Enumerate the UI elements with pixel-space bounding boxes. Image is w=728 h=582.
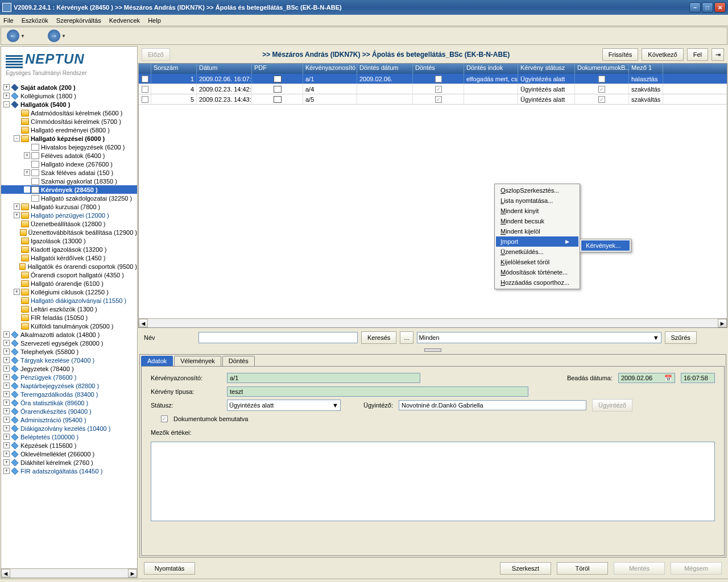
grid-col-header[interactable]: Kérvényazonosító: [303, 64, 357, 74]
tree-node[interactable]: -Hallgató képzései (6000 ): [1, 134, 137, 143]
table-row[interactable]: 42009.02.23. 14:42:31a/4Ügyintézés alatt…: [139, 84, 727, 94]
tree-node[interactable]: +Képzések (115600 ): [1, 441, 137, 450]
tree-node[interactable]: +Tárgyak kezelése (70400 ): [1, 356, 137, 364]
tree-expander[interactable]: +: [3, 357, 10, 363]
tree-node[interactable]: Üzenetbeállítások (12800 ): [1, 219, 137, 228]
grid-col-header[interactable]: [139, 64, 151, 74]
tree-node[interactable]: +Óra statisztikák (89600 ): [1, 398, 137, 407]
scroll-right-icon[interactable]: ►: [128, 569, 137, 577]
up-button[interactable]: Fel: [687, 48, 708, 61]
chk-dokumentumok[interactable]: [161, 415, 168, 422]
tree-node[interactable]: +Pénzügyek (78600 ): [1, 373, 137, 381]
pdf-icon[interactable]: [274, 96, 282, 103]
tree-expander[interactable]: +: [24, 152, 30, 159]
pdf-icon[interactable]: [274, 76, 282, 82]
tree-node[interactable]: +Jegyzetek (78400 ): [1, 364, 137, 373]
tree-expander[interactable]: +: [3, 451, 10, 457]
tree-expander[interactable]: +: [3, 400, 10, 406]
ctx-item[interactable]: Módosítások története...: [496, 267, 578, 277]
tree-node[interactable]: -Hallgatók (5400 ): [1, 100, 137, 109]
tree-expander[interactable]: +: [3, 84, 10, 90]
ctx-item[interactable]: Kijelöléseket töröl: [496, 257, 578, 267]
tree-node[interactable]: Címmódosítási kérelmek (5700 ): [1, 117, 137, 126]
nav-forward-icon[interactable]: →: [48, 30, 60, 42]
tree-node[interactable]: +Szervezeti egységek (28000 ): [1, 339, 137, 347]
tree-expander[interactable]: +: [3, 459, 10, 465]
filter-name-input[interactable]: [198, 332, 358, 343]
tree-node[interactable]: +Órarendkészítés (90400 ): [1, 407, 137, 415]
tree-expander[interactable]: +: [3, 340, 10, 346]
tree-node[interactable]: Hallgató indexe (267600 ): [1, 160, 137, 168]
tree-node[interactable]: +Kollégiumok (1800 ): [1, 92, 137, 100]
ctx-item[interactable]: Lista nyomtatása...: [496, 196, 578, 206]
tree-node[interactable]: Hallgatói kérdőívek (1450 ): [1, 253, 137, 262]
nav-back-icon[interactable]: ←: [7, 30, 19, 42]
tree-node[interactable]: Hivatalos bejegyzések (6200 ): [1, 143, 137, 151]
search-more-button[interactable]: ...: [400, 331, 413, 344]
tree-expander[interactable]: +: [24, 169, 30, 176]
tree-node[interactable]: Órarendi csoport hallgatói (4350 ): [1, 271, 137, 279]
tree-expander[interactable]: -: [14, 135, 20, 142]
nav-back-drop[interactable]: ▼: [20, 34, 25, 39]
sidebar-hscroll[interactable]: ◄ ►: [1, 568, 137, 577]
row-checkbox[interactable]: [142, 86, 148, 93]
tree-node[interactable]: +Naptárbejegyzések (82800 ): [1, 381, 137, 390]
save-button[interactable]: Mentés: [614, 562, 665, 575]
tree-node[interactable]: Hallgató eredményei (5800 ): [1, 126, 137, 134]
tree-expander[interactable]: +: [14, 289, 20, 295]
pdf-icon[interactable]: [274, 86, 282, 93]
grid-col-header[interactable]: Kérvény státusz: [518, 64, 575, 74]
close-button[interactable]: ✕: [714, 2, 726, 13]
grid-col-header[interactable]: Döntés dátum: [357, 64, 413, 74]
maximize-button[interactable]: □: [702, 2, 713, 13]
menu-file[interactable]: File: [3, 17, 14, 24]
menu-help[interactable]: Help: [148, 17, 161, 24]
print-button[interactable]: Nyomtatás: [144, 562, 195, 575]
scroll-left-icon[interactable]: ◄: [1, 569, 10, 577]
filter-button[interactable]: Szűrés: [665, 331, 697, 344]
row-checkbox[interactable]: [142, 76, 148, 82]
tree-expander[interactable]: +: [3, 434, 10, 440]
table-row[interactable]: 52009.02.23. 14:43:57a/5Ügyintézés alatt…: [139, 94, 727, 105]
tree-expander[interactable]: +: [14, 203, 20, 210]
ctx-item[interactable]: OszlopSzerkesztés...: [496, 185, 578, 196]
tree-node[interactable]: Igazolások (13000 ): [1, 236, 137, 245]
tree-node[interactable]: Hallgató szakdolgozatai (32250 ): [1, 194, 137, 202]
ctx-item[interactable]: Mindent kinyit: [496, 206, 578, 216]
tree-expander[interactable]: +: [3, 425, 10, 431]
splitter[interactable]: [138, 347, 727, 353]
grid-col-header[interactable]: PDF: [252, 64, 303, 74]
ctx-item[interactable]: Üzenetküldés...: [496, 247, 578, 257]
grid-col-header[interactable]: Döntés indok: [464, 64, 518, 74]
next-button[interactable]: Következő: [642, 48, 683, 61]
ctx-item[interactable]: Mindent kijelöl: [496, 226, 578, 236]
grid-col-header[interactable]: Döntés: [413, 64, 464, 74]
ctx-item[interactable]: Mindent becsuk: [496, 216, 578, 226]
nav-fwd-drop[interactable]: ▼: [61, 34, 66, 39]
tree-expander[interactable]: +: [3, 442, 10, 448]
ctx-item[interactable]: Hozzáadás csoporthoz...: [496, 277, 578, 288]
calendar-icon[interactable]: 📅: [664, 375, 672, 382]
tree-expander[interactable]: -: [3, 101, 10, 107]
tree-node[interactable]: Leltári eszközök (1300 ): [1, 305, 137, 313]
grid-col-header[interactable]: Mező 1: [629, 64, 663, 74]
tree-node[interactable]: +Hallgató pénzügyei (12000 ): [1, 211, 137, 219]
tree-node[interactable]: +Adminisztráció (95400 ): [1, 415, 137, 424]
tree-expander[interactable]: +: [3, 417, 10, 423]
tab-dontes[interactable]: Döntés: [222, 356, 255, 366]
menu-fav[interactable]: Kedvencek: [109, 17, 140, 24]
context-submenu[interactable]: Kérvények...: [580, 239, 631, 252]
tree-node[interactable]: Adatmódosítási kérelmek (5600 ): [1, 109, 137, 117]
minimize-button[interactable]: –: [689, 2, 701, 13]
context-menu[interactable]: OszlopSzerkesztés...Lista nyomtatása...M…: [494, 184, 580, 289]
tree-node[interactable]: +Telephelyek (55800 ): [1, 347, 137, 356]
nav-tree[interactable]: +Saját adatok (200 )+Kollégiumok (1800 )…: [1, 81, 137, 568]
tree-expander[interactable]: +: [14, 212, 20, 218]
cancel-button[interactable]: Mégsem: [671, 562, 722, 575]
field-status-select[interactable]: Ügyintézés alatt▼: [227, 400, 341, 411]
delete-button[interactable]: Töröl: [557, 562, 608, 575]
tree-expander[interactable]: +: [3, 348, 10, 355]
tree-expander[interactable]: +: [3, 383, 10, 389]
ctx-sub-kervenyek[interactable]: Kérvények...: [581, 240, 630, 251]
tree-node[interactable]: +Teremgazdálkodás (83400 ): [1, 390, 137, 398]
